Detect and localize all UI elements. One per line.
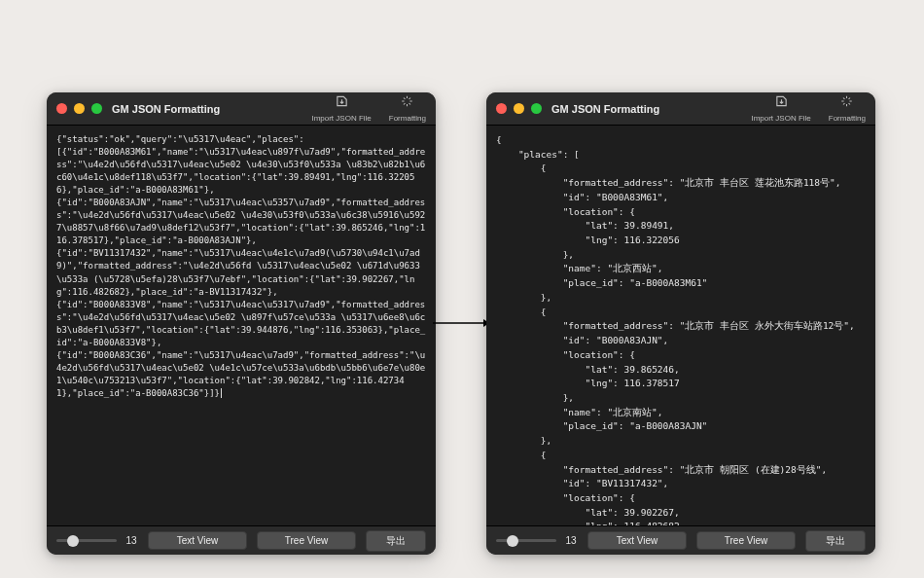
titlebar: GM JSON Formatting Import JSON File Form… — [47, 92, 436, 126]
minimize-icon[interactable] — [514, 103, 524, 114]
font-size-value: 13 — [564, 535, 578, 546]
font-size-slider[interactable] — [496, 539, 556, 542]
text-view-button[interactable]: Text View — [587, 531, 687, 550]
close-icon[interactable] — [496, 103, 507, 114]
close-icon[interactable] — [56, 103, 67, 114]
json-tree-content[interactable]: { "places": [ { "formatted_address": "北京… — [486, 126, 875, 525]
import-label: Import JSON File — [751, 114, 810, 123]
import-label: Import JSON File — [311, 114, 371, 123]
formatting-button[interactable]: Formatting — [389, 94, 426, 123]
sparkle-icon — [400, 94, 414, 112]
footer: 13 Text View Tree View 导出 — [486, 525, 875, 555]
tree-view-button[interactable]: Tree View — [257, 531, 356, 550]
app-window-right: GM JSON Formatting Import JSON File Form… — [486, 92, 875, 555]
titlebar: GM JSON Formatting Import JSON File Form… — [486, 92, 875, 126]
import-json-button[interactable]: Import JSON File — [751, 94, 810, 123]
font-size-slider[interactable] — [56, 539, 117, 542]
zoom-icon[interactable] — [91, 103, 102, 114]
json-text-content[interactable]: {"status":"ok","query":"\u5317\u4eac","p… — [47, 126, 436, 525]
tree-view-button[interactable]: Tree View — [696, 531, 796, 550]
formatting-label: Formatting — [389, 114, 426, 123]
window-title: GM JSON Formatting — [112, 103, 311, 115]
minimize-icon[interactable] — [74, 103, 85, 114]
sparkle-icon — [839, 94, 854, 112]
window-title: GM JSON Formatting — [551, 103, 751, 115]
app-window-left: GM JSON Formatting Import JSON File Form… — [47, 92, 436, 555]
import-icon — [335, 94, 349, 112]
traffic-lights — [56, 103, 102, 114]
traffic-lights — [496, 103, 542, 114]
import-icon — [774, 94, 789, 112]
formatting-button[interactable]: Formatting — [829, 94, 866, 123]
export-button[interactable]: 导出 — [366, 530, 426, 552]
export-button[interactable]: 导出 — [805, 530, 866, 552]
zoom-icon[interactable] — [531, 103, 542, 114]
formatting-label: Formatting — [829, 114, 866, 123]
import-json-button[interactable]: Import JSON File — [311, 94, 371, 123]
arrow-icon — [433, 323, 489, 325]
text-cursor — [221, 388, 222, 398]
font-size-value: 13 — [124, 535, 138, 546]
footer: 13 Text View Tree View 导出 — [47, 525, 436, 555]
text-view-button[interactable]: Text View — [148, 531, 247, 550]
